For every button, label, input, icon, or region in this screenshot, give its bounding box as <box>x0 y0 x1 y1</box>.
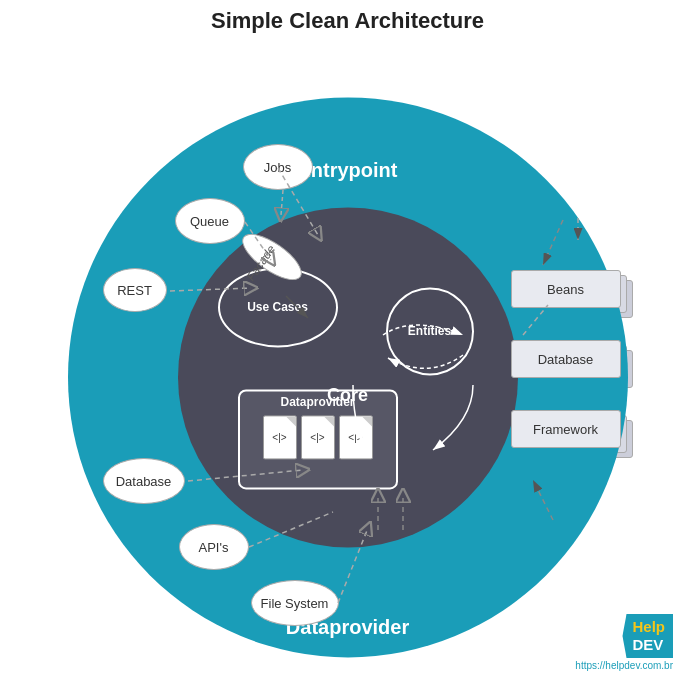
use-cases-label: Use Cases <box>247 300 308 314</box>
stack-item-beans: Beans <box>511 270 621 308</box>
doc-icon-3: <|> <box>339 415 373 459</box>
node-filesystem: File System <box>251 580 339 626</box>
helpdev-logo: Help DEV https://helpdev.com.br <box>575 614 673 671</box>
use-cases-circle: Use Cases <box>218 267 338 347</box>
node-queue: Queue <box>175 198 245 244</box>
node-apis: API's <box>179 524 249 570</box>
node-jobs: Jobs <box>243 144 313 190</box>
node-rest: REST <box>103 268 167 312</box>
help-text: Help <box>632 618 665 635</box>
label-config: Config <box>615 188 662 205</box>
dev-text: DEV <box>632 636 663 653</box>
node-database-left: Database <box>103 458 185 504</box>
dataprovider-label: Dataprovider <box>280 395 354 409</box>
label-entrypoint: Entrypoint <box>298 159 398 182</box>
diagram-container: Entrypoint Dataprovider Core Use Cases E… <box>23 40 673 670</box>
entities-label: Entities <box>408 324 451 338</box>
helpdev-badge: Help DEV <box>622 614 673 658</box>
page-container: Simple Clean Architecture Entrypoint Dat… <box>0 0 695 689</box>
page-title: Simple Clean Architecture <box>0 0 695 34</box>
doc-icon-1: <|> <box>263 415 297 459</box>
stack-item-database: Database <box>511 340 621 378</box>
doc-icon-2: <|> <box>301 415 335 459</box>
beans-card: Beans <box>511 270 621 308</box>
dataprovider-box: Dataprovider <|> <|> <|> <box>238 389 398 489</box>
framework-card: Framework <box>511 410 621 448</box>
helpdev-url: https://helpdev.com.br <box>575 660 673 671</box>
database-card: Database <box>511 340 621 378</box>
core-circle: Core Use Cases Entities Dataprovider <|> <box>178 207 518 547</box>
doc-icons: <|> <|> <|> <box>263 415 373 459</box>
helpdev-text: Help DEV <box>632 618 665 654</box>
entities-circle: Entities <box>386 287 474 375</box>
config-stack: Beans Database Framework <box>511 270 621 448</box>
stack-item-framework: Framework <box>511 410 621 448</box>
